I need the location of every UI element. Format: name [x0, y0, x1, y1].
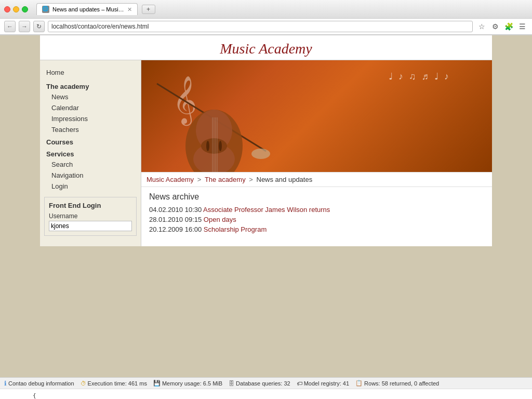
debug-model: 🏷 Model registry: 41	[297, 380, 349, 387]
news-item-2: 28.01.2010 09:15 Open days	[149, 216, 484, 223]
sidebar-subitem-search[interactable]: Search	[40, 159, 141, 170]
main-content: 𝄞 ♩ ♪ ♫ ♬ ♩ ♪	[141, 60, 492, 246]
sidebar: Home The academy News Calendar Impressio…	[40, 60, 141, 246]
sidebar-subitem-news[interactable]: News	[40, 91, 141, 102]
tab-title: News and updates – Musi…	[52, 6, 124, 12]
debug-rows: 📋 Rows: 58 returned, 0 affected	[355, 380, 439, 387]
traffic-lights	[4, 6, 28, 12]
address-bar[interactable]: localhost/contao/core/en/news.html	[48, 21, 473, 32]
back-button[interactable]: ←	[4, 21, 16, 32]
extensions-icon[interactable]: 🧩	[503, 21, 514, 32]
sidebar-subitem-teachers[interactable]: Teachers	[40, 124, 141, 135]
sidebar-subitem-impressions[interactable]: Impressions	[40, 113, 141, 124]
breadcrumb-sep-2: >	[249, 176, 255, 183]
rows-icon: 📋	[355, 380, 363, 387]
sidebar-subitem-navigation[interactable]: Navigation	[40, 170, 141, 181]
username-input[interactable]	[49, 221, 132, 231]
violin-image	[147, 68, 276, 172]
menu-icon[interactable]: ☰	[516, 21, 528, 32]
info-icon: ℹ	[4, 380, 7, 387]
debug-db: 🗄 Database queries: 32	[229, 380, 290, 387]
sidebar-subitem-login[interactable]: Login	[40, 181, 141, 192]
login-title: Front End Login	[49, 202, 132, 209]
news-date-1: 04.02.2010 10:30	[149, 206, 203, 214]
username-label: Username	[49, 212, 132, 220]
news-date-3: 20.12.2009 16:00	[149, 225, 204, 233]
news-section: News archive 04.02.2010 10:30 Associate …	[141, 187, 492, 241]
navigation-bar: ← → ↻ localhost/contao/core/en/news.html…	[0, 18, 532, 35]
toolbar-icons: ☆ ⚙ 🧩 ☰	[476, 21, 528, 32]
news-item-3: 20.12.2009 16:00 Scholarship Program	[149, 225, 484, 233]
sidebar-section-services: Services	[40, 147, 141, 159]
debug-rows-label: Rows: 58 returned, 0 affected	[364, 380, 439, 387]
debug-contao: ℹ Contao debug information	[4, 380, 74, 387]
sidebar-item-home[interactable]: Home	[40, 65, 141, 79]
debug-bar: ℹ Contao debug information ⏱ Execution t…	[0, 377, 532, 389]
debug-db-label: Database queries: 32	[236, 380, 290, 387]
sidebar-section-academy: The academy	[40, 79, 141, 91]
news-item-1: 04.02.2010 10:30 Associate Professor Jam…	[149, 206, 484, 214]
breadcrumb-bar: Music Academy > The academy > News and u…	[141, 172, 492, 187]
news-heading: News archive	[149, 192, 484, 202]
tab-close-button[interactable]: ✕	[127, 6, 132, 13]
page-wrapper: Music Academy Home The academy News Cale…	[0, 35, 532, 377]
news-link-1[interactable]: Associate Professor James Wilson returns	[203, 206, 330, 214]
settings-icon[interactable]: ⚙	[489, 21, 501, 32]
news-link-3[interactable]: Scholarship Program	[204, 225, 267, 233]
tab-favicon: 🌐	[42, 6, 49, 13]
tab-bar: 🌐 News and updates – Musi… ✕ +	[32, 3, 159, 15]
svg-point-11	[251, 149, 270, 159]
login-box: Front End Login Username	[44, 197, 137, 236]
site-body: Home The academy News Calendar Impressio…	[40, 60, 492, 246]
hero-image: 𝄞 ♩ ♪ ♫ ♬ ♩ ♪	[141, 60, 492, 172]
site-title: Music Academy	[220, 41, 312, 57]
debug-text: { [id] => 1 [select_type] => SIMPLE [tab…	[5, 392, 527, 399]
music-notes-decoration: ♩ ♪ ♫ ♬ ♩ ♪	[389, 71, 450, 82]
memory-icon: 💾	[153, 380, 161, 387]
debug-memory: 💾 Memory usage: 6.5 MiB	[153, 380, 222, 387]
breadcrumb-section[interactable]: The academy	[205, 176, 246, 183]
minimize-button[interactable]	[13, 6, 19, 12]
title-bar: 🌐 News and updates – Musi… ✕ +	[0, 0, 532, 18]
sidebar-section-courses: Courses	[40, 135, 141, 147]
maximize-button[interactable]	[22, 6, 28, 12]
debug-output: { [id] => 1 [select_type] => SIMPLE [tab…	[0, 389, 532, 399]
news-date-2: 28.01.2010 09:15	[149, 216, 204, 223]
breadcrumb-current: News and updates	[257, 176, 313, 183]
news-link-2[interactable]: Open days	[204, 216, 236, 223]
bookmark-icon[interactable]: ☆	[476, 21, 487, 32]
refresh-button[interactable]: ↻	[33, 21, 45, 32]
site-header: Music Academy	[40, 35, 492, 60]
breadcrumb-sep-1: >	[197, 176, 203, 183]
svg-point-5	[206, 141, 209, 151]
debug-memory-label: Memory usage: 6.5 MiB	[162, 380, 222, 387]
debug-contao-label: Contao debug information	[8, 380, 74, 387]
model-icon: 🏷	[297, 380, 302, 387]
svg-point-6	[219, 141, 222, 151]
new-tab-button[interactable]: +	[142, 5, 155, 14]
forward-button[interactable]: →	[19, 21, 30, 32]
url-text: localhost/contao/core/en/news.html	[51, 23, 149, 30]
debug-execution-label: Execution time: 461 ms	[88, 380, 147, 387]
breadcrumb-root[interactable]: Music Academy	[147, 176, 194, 183]
site-container: Music Academy Home The academy News Cale…	[40, 35, 492, 246]
close-button[interactable]	[4, 6, 10, 12]
debug-model-label: Model registry: 41	[304, 380, 349, 387]
database-icon: 🗄	[229, 380, 234, 387]
clock-icon: ⏱	[81, 380, 86, 387]
debug-execution: ⏱ Execution time: 461 ms	[81, 380, 147, 387]
sidebar-subitem-calendar[interactable]: Calendar	[40, 102, 141, 113]
active-tab[interactable]: 🌐 News and updates – Musi… ✕	[36, 3, 138, 15]
